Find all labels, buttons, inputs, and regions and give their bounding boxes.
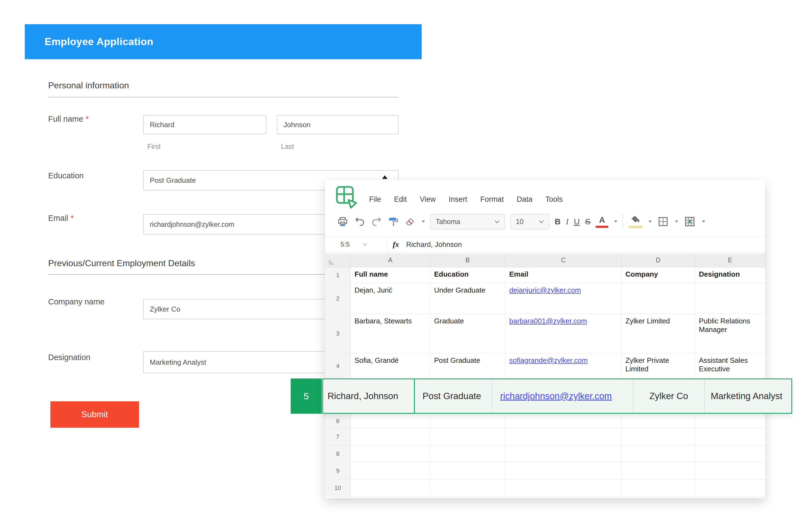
cell[interactable]: Assistant Sales Executive: [695, 353, 765, 379]
fill-color-button[interactable]: [629, 215, 643, 228]
cell[interactable]: Dejan, Jurić: [351, 283, 430, 314]
menu-item-edit[interactable]: Edit: [394, 195, 407, 204]
column-header-b[interactable]: B: [430, 254, 505, 267]
column-header-a[interactable]: A: [351, 254, 430, 267]
format-painter-icon[interactable]: [387, 216, 399, 227]
eraser-dropdown-caret[interactable]: [422, 221, 425, 223]
cell[interactable]: Email: [505, 267, 621, 283]
cell[interactable]: [505, 446, 621, 462]
cell[interactable]: Post Graduate: [430, 353, 505, 379]
cell[interactable]: [621, 283, 695, 314]
email-link[interactable]: barbara001@zylker.com: [509, 317, 587, 325]
cell[interactable]: [505, 414, 621, 428]
cell[interactable]: [621, 446, 695, 462]
column-header-d[interactable]: D: [621, 254, 695, 267]
cell[interactable]: [430, 462, 505, 480]
font-color-caret[interactable]: [614, 221, 617, 223]
menu-item-file[interactable]: File: [369, 195, 381, 204]
undo-icon[interactable]: [354, 216, 366, 227]
cell[interactable]: [695, 446, 765, 462]
column-header-c[interactable]: C: [505, 254, 621, 267]
formula-input[interactable]: Richard, Johnson: [406, 240, 462, 249]
row-number[interactable]: 9: [325, 462, 351, 480]
cell[interactable]: Barbara, Stewarts: [351, 314, 430, 353]
email-link[interactable]: dejanjuric@zylker.com: [509, 286, 581, 294]
cell-b5[interactable]: Post Graduate: [415, 379, 492, 413]
row5-header[interactable]: 5: [291, 378, 322, 414]
cell[interactable]: [351, 414, 430, 428]
cell[interactable]: Company: [621, 267, 695, 283]
cell[interactable]: [621, 428, 695, 446]
cell[interactable]: Designation: [695, 267, 765, 283]
cell[interactable]: [621, 480, 695, 496]
underline-button[interactable]: U: [574, 217, 580, 226]
submit-button[interactable]: Submit: [50, 401, 139, 428]
cell[interactable]: sofiagrande@zylker.com: [505, 353, 621, 379]
cell[interactable]: Zylker Limited: [621, 314, 695, 353]
cell[interactable]: [430, 414, 505, 428]
font-family-select[interactable]: Tahoma: [430, 214, 505, 230]
row-number[interactable]: 8: [325, 446, 351, 462]
cell-a5[interactable]: Richard, Johnson: [323, 379, 415, 413]
cell[interactable]: [430, 446, 505, 462]
redo-icon[interactable]: [371, 216, 382, 227]
row-number[interactable]: 7: [325, 428, 351, 446]
cell[interactable]: dejanjuric@zylker.com: [505, 283, 621, 314]
last-name-input[interactable]: [277, 115, 399, 134]
cell[interactable]: [695, 462, 765, 480]
menu-item-tools[interactable]: Tools: [545, 195, 562, 204]
eraser-icon[interactable]: [404, 216, 416, 227]
fill-color-caret[interactable]: [648, 221, 652, 223]
select-all-corner[interactable]: [325, 254, 351, 267]
menu-item-insert[interactable]: Insert: [449, 195, 467, 204]
cell[interactable]: [695, 480, 765, 496]
borders-icon[interactable]: [657, 216, 669, 228]
font-color-button[interactable]: A: [596, 215, 608, 228]
menu-item-data[interactable]: Data: [517, 195, 532, 204]
cell-e5[interactable]: Marketing Analyst: [704, 379, 791, 413]
email-link[interactable]: richardjohnson@zylker.com: [500, 391, 612, 401]
row-number[interactable]: 4: [325, 353, 351, 379]
cell[interactable]: [351, 446, 430, 462]
bold-button[interactable]: B: [555, 217, 561, 226]
cell[interactable]: [351, 462, 430, 480]
menu-item-view[interactable]: View: [420, 195, 436, 204]
cell[interactable]: [351, 480, 430, 496]
cell[interactable]: [505, 462, 621, 480]
row-number[interactable]: 10: [325, 480, 351, 496]
cell[interactable]: Public Relations Manager: [695, 314, 765, 353]
row-number[interactable]: 1: [325, 267, 351, 283]
cell[interactable]: [430, 428, 505, 446]
print-icon[interactable]: [337, 216, 349, 228]
cell[interactable]: Sofia, Grandé: [351, 353, 430, 379]
cell-options-icon[interactable]: [684, 215, 696, 228]
cell[interactable]: Full name: [351, 267, 430, 283]
cell[interactable]: [351, 428, 430, 446]
borders-caret[interactable]: [675, 221, 678, 223]
cell[interactable]: [695, 283, 765, 314]
cell[interactable]: [505, 480, 621, 496]
cell[interactable]: [621, 414, 695, 428]
row-number[interactable]: 3: [325, 314, 351, 353]
cell[interactable]: barbara001@zylker.com: [505, 314, 621, 353]
cell[interactable]: [621, 462, 695, 480]
menu-item-format[interactable]: Format: [480, 195, 504, 204]
cell-options-caret[interactable]: [702, 221, 705, 223]
cell[interactable]: Under Graduate: [430, 283, 505, 314]
cell[interactable]: Graduate: [430, 314, 505, 353]
row-number[interactable]: 2: [325, 283, 351, 314]
italic-button[interactable]: I: [566, 217, 569, 226]
cell[interactable]: [695, 414, 765, 428]
cell[interactable]: [695, 428, 765, 446]
name-box[interactable]: 5:5: [325, 237, 387, 252]
cell[interactable]: [505, 428, 621, 446]
row-number[interactable]: 6: [325, 414, 351, 428]
font-size-select[interactable]: 10: [510, 214, 549, 230]
first-name-input[interactable]: [143, 115, 266, 134]
cell[interactable]: Education: [430, 267, 505, 283]
cell[interactable]: Zylker Private Limited: [621, 353, 695, 379]
column-header-e[interactable]: E: [695, 254, 765, 267]
email-link[interactable]: sofiagrande@zylker.com: [509, 356, 588, 365]
strikethrough-button[interactable]: S: [585, 217, 590, 226]
cell-d5[interactable]: Zylker Co: [633, 379, 704, 413]
